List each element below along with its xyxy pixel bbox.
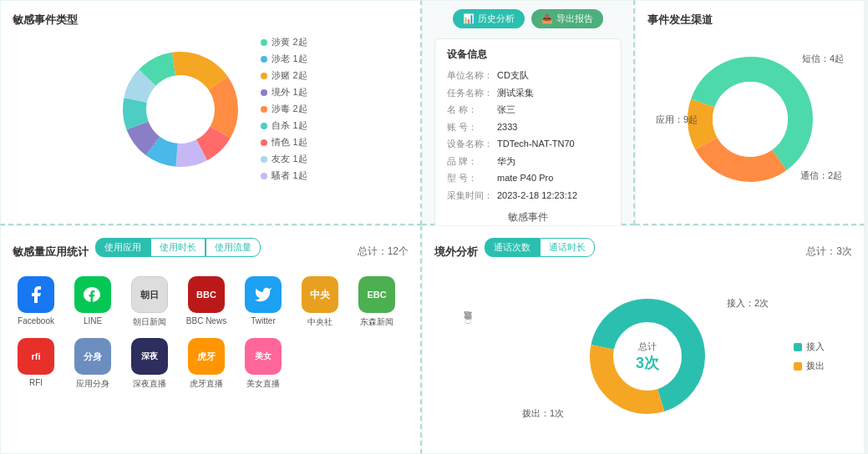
app-item-rfi[interactable]: rfi RFI [13,338,59,390]
overseas-legend: 接入 拨出 [794,272,852,441]
info-row-4: 设备名称： TDTech-NAT-TN70 [447,137,609,151]
app-icon-bbc: BBC [188,276,225,313]
overseas-axis-area: 通话次数（次） [434,272,501,441]
legend-dot-4 [261,106,267,113]
legend-item-2: 涉赌 2起 [261,69,307,82]
chart-icon: 📊 [463,13,475,24]
app-item-etv[interactable]: EBC 东森新闻 [353,276,400,328]
app-item-night[interactable]: 深夜 深夜直播 [126,338,173,390]
app-item-bbc[interactable]: BBC BBC News [183,276,230,328]
tab-call-duration[interactable]: 通话时长 [540,238,595,257]
app-icon-asahi: 朝日 [131,276,168,313]
legend-label-outgoing: 拨出 [806,360,825,372]
panel-title-channel: 事件发生渠道 [647,13,852,28]
app-grid: Facebook LINE 朝日 朝日新闻 BBC BBC News [13,272,409,390]
channel-label-sms: 短信：4起 [802,53,844,65]
legend-item-4: 涉毒 2起 [261,103,307,115]
legend-incoming: 接入 [794,340,852,353]
info-row-7: 采集时间： 2023-2-18 12:23:12 [447,189,609,203]
app-name-night: 深夜直播 [133,378,166,390]
axis-label: 通话次数（次） [434,276,501,326]
app-item-beauty[interactable]: 美女 美女直播 [240,338,287,390]
app-icon-line [74,276,111,313]
panel-overseas: 境外分析 通话次数 通话时长 总计：3次 通话次数（次） [422,225,865,454]
app-name-facebook: Facebook [18,316,54,325]
info-card-title: 设备信息 [447,48,609,62]
app-item-huya[interactable]: 虎牙 虎牙直播 [183,338,230,390]
legend-dot-7 [261,156,267,163]
panel-sensitive-types: 敏感事件类型 涉黄 2起 [0,0,422,225]
legend-item-1: 涉老 1起 [261,53,307,65]
tab-use-duration[interactable]: 使用时长 [150,238,206,257]
svg-point-13 [713,82,788,157]
channel-chart-wrap: 短信：4起 应用：9起 通信：2起 [647,36,852,203]
app-item-facebook[interactable]: Facebook [13,276,59,328]
app-name-rfi: RFI [29,378,43,387]
app-name-beauty: 美女直播 [246,378,280,390]
legend-dot-3 [261,89,267,96]
app-stats-total: 总计：12个 [358,245,409,259]
info-row-2: 名 称： 张三 [447,103,609,117]
info-row-6: 型 号： mate P40 Pro [447,171,609,185]
svg-point-9 [147,76,214,143]
app-item-twitter[interactable]: Twitter [240,276,287,328]
panel-app-stats: 敏感量应用统计 使用应用 使用时长 使用流量 总计：12个 Facebook [0,225,422,454]
legend-dot-1 [261,56,267,63]
app-item-line[interactable]: LINE [69,276,116,328]
panel-title-types: 敏感事件类型 [13,13,409,28]
app-stats-tabs: 使用应用 使用时长 使用流量 [95,238,261,257]
info-row-3: 账 号： 2333 [447,120,609,134]
tab-use-apps[interactable]: 使用应用 [95,238,150,257]
app-name-cna: 中央社 [307,316,332,328]
tab-call-count[interactable]: 通话次数 [485,238,540,257]
legend-dot-8 [261,173,267,179]
app-name-bbc: BBC News [186,316,226,325]
app-icon-facebook [18,276,54,313]
call-chart-wrap: 总计 3次 [581,290,714,423]
app-item-cna[interactable]: 中央 中央社 [297,276,343,328]
panel-event-channel: 事件发生渠道 短信：4起 应用：9起 通信：2起 [635,0,865,225]
legend-outgoing: 拨出 [794,360,852,372]
app-stats-header: 敏感量应用统计 使用应用 使用时长 使用流量 总计：12个 [13,238,409,265]
info-row-5: 品 牌： 华为 [447,154,609,169]
legend-dot-2 [261,73,267,79]
overseas-chart-area: 总计 3次 接入：2次 拨出：1次 [501,272,794,441]
app-name-shadow: 应用分身 [76,378,109,390]
info-row-1: 任务名称： 测试采集 [447,86,609,100]
export-icon: 📤 [541,13,553,24]
history-analysis-button[interactable]: 📊 历史分析 [453,9,525,28]
legend-item-7: 友友 1起 [261,153,307,165]
donut-wrapper-types: 涉黄 2起 涉老 1起 涉赌 2起 境外 1起 涉毒 2起 [13,36,409,182]
app-icon-cna: 中央 [302,276,338,313]
legend-item-8: 騷者 1起 [261,169,307,182]
app-item-asahi[interactable]: 朝日 朝日新闻 [126,276,173,328]
donut-chart-types [114,43,247,176]
legend-dot-0 [261,39,267,46]
legend-label-incoming: 接入 [806,340,825,353]
legend-item-5: 自杀 1起 [261,119,307,132]
app-icon-shadow: 分身 [74,338,111,375]
main-container: 敏感事件类型 涉黄 2起 [0,0,868,454]
legend-square-outgoing [794,362,802,371]
app-icon-etv: EBC [358,276,395,313]
app-item-shadow[interactable]: 分身 应用分身 [69,338,116,390]
legend-item-0: 涉黄 2起 [261,36,307,48]
legend-dot-6 [261,139,267,146]
channel-label-comm: 通信：2起 [800,169,842,182]
app-icon-rfi: rfi [18,338,54,375]
legend-types: 涉黄 2起 涉老 1起 涉赌 2起 境外 1起 涉毒 2起 [261,36,307,182]
call-label-outgoing: 拨出：1次 [522,407,564,420]
tab-use-traffic[interactable]: 使用流量 [206,238,261,257]
app-name-line: LINE [84,316,102,325]
panel-title-app-stats: 敏感量应用统计 [13,245,89,260]
overseas-total: 总计：3次 [806,245,852,259]
sensitive-label: 敏感事件 [447,210,609,224]
export-report-button[interactable]: 📤 导出报告 [531,9,603,28]
overseas-header: 境外分析 通话次数 通话时长 总计：3次 [434,238,852,265]
info-row-0: 单位名称： CD支队 [447,68,609,83]
panel-device-info: 📊 历史分析 📤 导出报告 设备信息 单位名称： CD支队 任务名称： 测试采集… [422,0,635,225]
panel-title-overseas: 境外分析 [434,245,478,260]
app-icon-huya: 虎牙 [188,338,225,375]
overseas-tabs: 通话次数 通话时长 [485,238,595,257]
app-name-asahi: 朝日新闻 [133,316,166,328]
